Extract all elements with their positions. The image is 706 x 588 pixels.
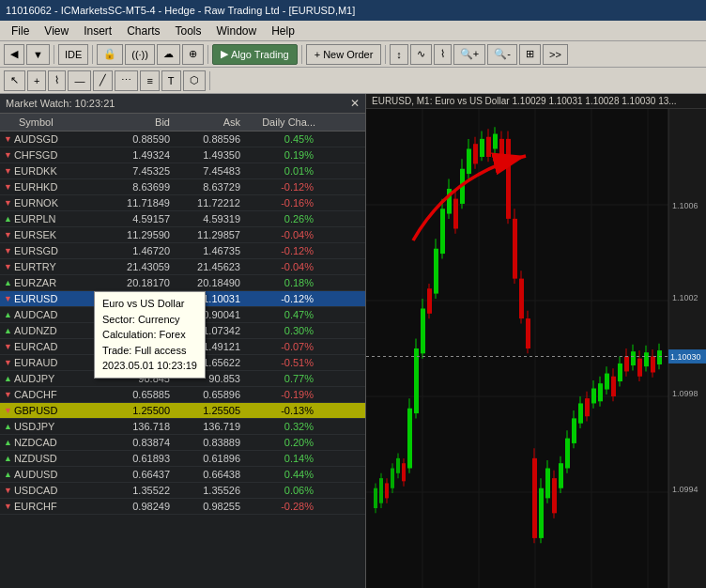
market-watch-row[interactable]: ▲ EURZAR 20.18170 20.18490 0.18% xyxy=(0,275,365,291)
chart-panel[interactable]: EURUSD, M1: Euro vs US Dollar 1.10029 1.… xyxy=(366,94,706,588)
market-watch-row[interactable]: ▼ AUDSGD 0.88590 0.88596 0.45% xyxy=(0,132,365,147)
tooltip-calculation: Calculation: Forex xyxy=(102,327,197,343)
menu-view[interactable]: View xyxy=(37,23,76,39)
market-watch-row[interactable]: ▼ CADCHF 0.65885 0.65896 -0.19% xyxy=(0,387,365,403)
tb-zoom-out-btn[interactable]: 🔍- xyxy=(487,44,517,65)
change-cell: 0.44% xyxy=(244,467,319,482)
menu-insert[interactable]: Insert xyxy=(76,23,119,39)
market-watch-row[interactable]: ▼ USDCAD 1.35522 1.35526 0.06% xyxy=(0,483,365,499)
market-watch-row[interactable]: ▲ EURPLN 4.59157 4.59319 0.26% xyxy=(0,211,365,227)
col-ask: Ask xyxy=(174,116,244,129)
change-cell: 0.18% xyxy=(244,275,319,290)
svg-text:1.0994: 1.0994 xyxy=(672,485,698,494)
market-watch-row[interactable]: ▼ EURNOK 11.71849 11.72212 -0.16% xyxy=(0,195,365,211)
bid-cell: 11.29590 xyxy=(103,227,174,242)
change-cell: 0.06% xyxy=(244,483,319,498)
tb2-line-btn[interactable]: ⌇ xyxy=(48,70,66,91)
ask-cell: 1.46735 xyxy=(174,243,244,258)
bid-cell: 20.18170 xyxy=(103,275,174,290)
market-watch-row[interactable]: ▼ EURHKD 8.63699 8.63729 -0.12% xyxy=(0,179,365,195)
change-cell: 0.26% xyxy=(244,211,319,226)
sep3 xyxy=(207,45,208,64)
bid-cell: 11.71849 xyxy=(103,195,174,210)
sep5 xyxy=(385,45,386,64)
bid-cell: 0.65885 xyxy=(103,387,174,402)
market-watch-row[interactable]: ▼ EURSEK 11.29590 11.29857 -0.04% xyxy=(0,227,365,243)
market-watch-row[interactable]: ▼ CHFSGD 1.49324 1.49350 0.19% xyxy=(0,147,365,163)
bid-cell: 0.83874 xyxy=(103,435,174,450)
symbol-name: AUDUSD xyxy=(14,469,57,480)
change-cell: -0.04% xyxy=(244,227,319,242)
bid-cell: 8.63699 xyxy=(103,179,174,194)
menu-bar: File View Insert Charts Tools Window Hel… xyxy=(0,21,706,41)
tb-wave2-btn[interactable]: ⌇ xyxy=(434,44,452,65)
symbol-cell: ▲ AUDUSD xyxy=(0,467,103,482)
algo-trading-btn[interactable]: ▶ Algo Trading xyxy=(212,44,298,65)
chart-area[interactable]: 1.1006 1.1002 1.0998 1.0994 1.10030 xyxy=(366,109,706,588)
tb-zoom-in-btn[interactable]: 🔍+ xyxy=(453,44,485,65)
symbol-cell: ▲ AUDNZD xyxy=(0,323,103,338)
menu-help[interactable]: Help xyxy=(264,23,302,39)
tb2-text-btn[interactable]: T xyxy=(161,70,181,91)
ask-cell: 136.719 xyxy=(174,419,244,434)
toolbar2: ↖ + ⌇ — ╱ ⋯ ≡ T ⬡ xyxy=(0,68,706,94)
menu-tools[interactable]: Tools xyxy=(168,23,209,39)
tb-ide-btn[interactable]: IDE xyxy=(58,44,88,65)
tb2-shape-btn[interactable]: ⬡ xyxy=(183,70,206,91)
tb-wave-btn[interactable]: ∿ xyxy=(410,44,432,65)
new-order-btn[interactable]: + New Order xyxy=(306,44,382,65)
tb2-hline-btn[interactable]: — xyxy=(68,70,91,91)
symbol-name: CHFSGD xyxy=(14,149,57,161)
tb-chart-type-btn[interactable]: ↕ xyxy=(390,44,408,65)
menu-window[interactable]: Window xyxy=(209,23,265,39)
col-bid: Bid xyxy=(103,116,174,129)
tb-grid-btn[interactable]: ⊞ xyxy=(519,44,541,65)
direction-arrow: ▲ xyxy=(4,214,12,224)
symbol-name: USDCAD xyxy=(14,485,57,496)
tb2-tline-btn[interactable]: ╱ xyxy=(93,70,113,91)
col-symbol: Symbol xyxy=(0,116,103,129)
tb2-cursor-btn[interactable]: ↖ xyxy=(4,70,25,91)
direction-arrow: ▲ xyxy=(4,454,12,463)
market-watch-close[interactable]: ✕ xyxy=(350,97,360,110)
tb2-cross-btn[interactable]: + xyxy=(27,70,46,91)
chart-svg: 1.1006 1.1002 1.0998 1.0994 1.10030 xyxy=(366,109,706,588)
tb-extra-btn[interactable]: >> xyxy=(543,44,568,65)
market-watch-row[interactable]: ▲ AUDUSD 0.66437 0.66438 0.44% xyxy=(0,467,365,483)
menu-charts[interactable]: Charts xyxy=(119,23,167,39)
market-watch-row[interactable]: ▲ NZDUSD 0.61893 0.61896 0.14% xyxy=(0,451,365,467)
symbol-name: EURZAR xyxy=(14,277,56,288)
direction-arrow: ▲ xyxy=(4,422,12,431)
symbol-cell: ▼ EURUSD xyxy=(0,291,103,306)
menu-file[interactable]: File xyxy=(4,23,37,39)
tb-lock-btn[interactable]: 🔒 xyxy=(97,44,123,65)
tb2-fib-btn[interactable]: ⋯ xyxy=(115,70,138,91)
symbol-name: NZDCAD xyxy=(14,437,57,448)
tb-globe-btn[interactable]: ⊕ xyxy=(182,44,204,65)
market-watch-row[interactable]: ▲ NZDCAD 0.83874 0.83889 0.20% xyxy=(0,435,365,451)
bid-cell: 4.59157 xyxy=(103,211,174,226)
market-watch-row[interactable]: ▼ EURSGD 1.46720 1.46735 -0.12% xyxy=(0,243,365,259)
tb-arrow-btn[interactable]: ◀ xyxy=(4,44,24,65)
market-watch-row[interactable]: ▲ USDJPY 136.718 136.719 0.32% xyxy=(0,419,365,435)
ask-cell: 1.49350 xyxy=(174,147,244,162)
market-watch-row[interactable]: ▼ EURCHF 0.98249 0.98255 -0.28% xyxy=(0,499,365,515)
symbol-name: CADCHF xyxy=(14,389,57,400)
svg-rect-100 xyxy=(668,109,706,588)
symbol-cell: ▼ EURNOK xyxy=(0,195,103,210)
direction-arrow: ▲ xyxy=(4,310,12,319)
tb2-channel-btn[interactable]: ≡ xyxy=(140,70,159,91)
tb-signal-btn[interactable]: ((·)) xyxy=(125,44,155,65)
tb-dropdown1[interactable]: ▼ xyxy=(26,44,50,65)
svg-text:1.1006: 1.1006 xyxy=(672,201,698,210)
title-bar: 11016062 - ICMarketsSC-MT5-4 - Hedge - R… xyxy=(0,0,706,21)
market-watch-row[interactable]: ▼ EURDKK 7.45325 7.45483 0.01% xyxy=(0,163,365,179)
market-watch-row[interactable]: ▼ GBPUSD 1.25500 1.25505 -0.13% xyxy=(0,403,365,419)
direction-arrow: ▼ xyxy=(4,150,12,160)
change-cell: -0.07% xyxy=(244,339,319,354)
symbol-cell: ▼ CHFSGD xyxy=(0,147,103,162)
tb-cloud-btn[interactable]: ☁ xyxy=(157,44,180,65)
market-watch-row[interactable]: ▼ EURTRY 21.43059 21.45623 -0.04% xyxy=(0,259,365,275)
sep4 xyxy=(301,45,302,64)
direction-arrow: ▼ xyxy=(4,246,12,255)
